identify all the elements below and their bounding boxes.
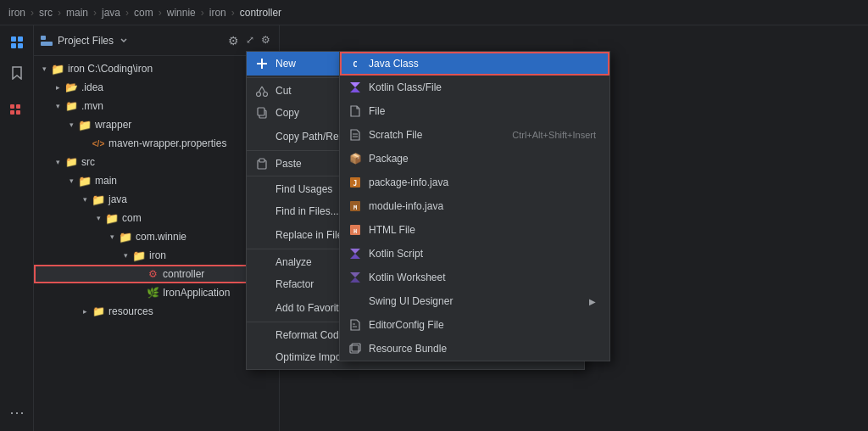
- project-icon[interactable]: [5, 31, 29, 54]
- cut-icon: [255, 84, 269, 98]
- context-menu-analyze[interactable]: Analyze ▶: [247, 249, 584, 272]
- settings-icon[interactable]: ⚙: [259, 32, 272, 49]
- svg-rect-6: [10, 110, 14, 115]
- tree-label: com.winnie: [136, 231, 186, 243]
- menu-label-analyze: Analyze: [275, 256, 550, 268]
- tree-arrow: ▾: [92, 214, 105, 222]
- context-menu-copy-path[interactable]: Copy Path/Reference...: [247, 125, 584, 148]
- breadcrumb-item[interactable]: iron: [209, 7, 226, 19]
- context-menu-find-files[interactable]: Find in Files... Ctrl+Shift+F: [247, 199, 584, 223]
- paste-icon: [255, 157, 269, 171]
- menu-label-new: New: [275, 58, 550, 70]
- tree-item-src[interactable]: ▾ 📁 src: [34, 153, 279, 171]
- new-icon: [255, 57, 269, 70]
- tree-item-controller[interactable]: ⚙ controller: [34, 265, 279, 283]
- breadcrumb-sep: ›: [93, 7, 97, 19]
- context-menu-paste[interactable]: Paste Ctrl+V: [247, 150, 584, 174]
- svg-rect-1: [18, 36, 23, 42]
- menu-shortcut-find-usages: Alt+F7: [543, 184, 570, 194]
- svg-point-11: [264, 92, 268, 96]
- tree-label: java: [108, 193, 127, 205]
- tree-item-maven-wrapper[interactable]: </> maven-wrapper.properties: [34, 134, 279, 153]
- svg-rect-8: [41, 36, 46, 40]
- context-menu-favorites[interactable]: Add to Favorites ▶: [247, 296, 584, 320]
- tree-arrow: ▾: [64, 120, 78, 129]
- svg-rect-17: [259, 159, 264, 162]
- breadcrumb-item[interactable]: java: [102, 7, 120, 19]
- context-menu-replace-files[interactable]: Replace in Files... Ctrl+Shift+R: [247, 223, 584, 247]
- breadcrumb-sep: ›: [231, 7, 235, 19]
- breadcrumb-item[interactable]: src: [39, 7, 53, 19]
- structure-icon[interactable]: [5, 98, 29, 122]
- context-menu-new[interactable]: New ▶: [247, 52, 584, 76]
- menu-label-replace-files: Replace in Files...: [275, 229, 513, 241]
- tree-arrow: ▾: [51, 102, 64, 110]
- tree-label: .mvn: [81, 100, 103, 112]
- folder-icon: 📁: [51, 62, 64, 76]
- bookmark-icon[interactable]: [5, 61, 29, 85]
- svg-rect-5: [16, 104, 20, 109]
- tree-label: maven-wrapper.properties: [108, 137, 226, 149]
- analyze-arrow-icon: ▶: [564, 257, 570, 266]
- tree-item-resources[interactable]: ▸ 📁 resources: [34, 302, 279, 321]
- svg-rect-7: [16, 110, 20, 115]
- tree-arrow: ▾: [119, 251, 132, 260]
- tree-item-idea[interactable]: ▸ 📂 .idea: [34, 78, 279, 97]
- tree-item-wrapper[interactable]: ▾ 📁 wrapper: [34, 115, 279, 134]
- folder-icon: 📁: [92, 193, 105, 206]
- tree-arrow: ▸: [78, 307, 92, 316]
- folder-icon: 📁: [132, 249, 146, 262]
- tree-item-mvn[interactable]: ▾ 📁 .mvn: [34, 97, 279, 115]
- context-menu-refactor[interactable]: Refactor ▶: [247, 272, 584, 296]
- tree-item-iron-pkg[interactable]: ▾ 📁 iron: [34, 246, 279, 265]
- menu-label-reformat: Reformat Code: [275, 329, 522, 341]
- more-icon[interactable]: ⋯: [5, 400, 29, 424]
- menu-label-optimize: Optimize Imports: [275, 351, 520, 363]
- tree-arrow: ▾: [105, 232, 119, 241]
- context-menu-optimize[interactable]: Optimize Imports Ctrl+Alt+O: [247, 345, 584, 369]
- resources-folder-icon: 📁: [92, 305, 105, 318]
- find-usages-icon: [255, 182, 269, 196]
- breadcrumb-item[interactable]: iron: [8, 7, 25, 19]
- context-menu-copy[interactable]: Copy Ctrl+C: [247, 101, 584, 125]
- folder-icon: 📂: [64, 81, 78, 94]
- menu-shortcut-optimize: Ctrl+Alt+O: [527, 352, 570, 362]
- tree-item-com-winnie[interactable]: ▾ 📁 com.winnie: [34, 227, 279, 246]
- menu-shortcut-paste: Ctrl+V: [544, 159, 570, 169]
- tree-label: iron: [149, 249, 166, 261]
- breadcrumb-item[interactable]: com: [134, 7, 153, 19]
- menu-shortcut-cut: Ctrl+X: [544, 86, 570, 96]
- folder-icon: 📁: [78, 174, 92, 188]
- context-menu-find-usages[interactable]: Find Usages Alt+F7: [247, 176, 584, 199]
- breadcrumb-sep: ›: [201, 7, 204, 19]
- tree-item-java[interactable]: ▾ 📁 java: [34, 190, 279, 209]
- menu-shortcut-replace-files: Ctrl+Shift+R: [520, 230, 570, 240]
- breadcrumb-sep: ›: [31, 7, 34, 19]
- svg-rect-4: [10, 104, 14, 109]
- menu-label-paste: Paste: [275, 158, 537, 170]
- breadcrumb-sep: ›: [159, 7, 162, 19]
- breadcrumb: iron › src › main › java › com › winnie …: [0, 0, 868, 25]
- context-menu-reformat[interactable]: Reformat Code Ctrl+Alt+L: [247, 322, 584, 345]
- svg-line-13: [262, 87, 265, 92]
- optimize-icon: [255, 350, 269, 364]
- menu-label-copy-path: Copy Path/Reference...: [275, 131, 570, 143]
- svg-rect-0: [11, 36, 16, 42]
- copy-path-icon: [255, 130, 269, 143]
- tree-item-com[interactable]: ▾ 📁 com: [34, 209, 279, 227]
- gear-settings-icon[interactable]: ⚙: [226, 32, 241, 49]
- tree-item-iron-app[interactable]: 🌿 IronApplication: [34, 283, 279, 302]
- context-menu[interactable]: New ▶ Cut Ctrl+X Copy Ctrl+C: [246, 51, 585, 370]
- breadcrumb-item[interactable]: winnie: [167, 7, 196, 19]
- project-sidebar: Project Files ⚙ ⤢ ⚙ ▾ 📁 iron C:\Coding\i…: [34, 25, 280, 431]
- favorites-icon: [255, 301, 269, 315]
- menu-label-refactor: Refactor: [275, 278, 550, 290]
- breadcrumb-item[interactable]: main: [66, 7, 88, 19]
- tree-item-iron-root[interactable]: ▾ 📁 iron C:\Coding\iron: [34, 59, 279, 78]
- context-menu-cut[interactable]: Cut Ctrl+X: [247, 77, 584, 101]
- sidebar-header: Project Files ⚙ ⤢ ⚙: [34, 25, 279, 56]
- tree-label: iron C:\Coding\iron: [68, 63, 153, 75]
- tree-item-main[interactable]: ▾ 📁 main: [34, 171, 279, 190]
- expand-icon[interactable]: ⤢: [244, 32, 256, 49]
- refactor-icon: [255, 277, 269, 291]
